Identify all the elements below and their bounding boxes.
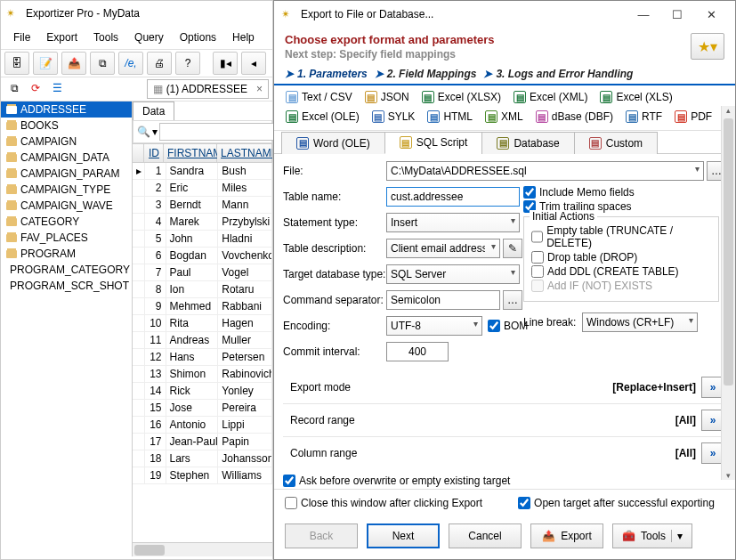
data-grid[interactable]: ID FIRSTNAME LASTNAME ▸1SandraBush2EricM…: [133, 143, 272, 542]
col-id[interactable]: ID: [144, 144, 164, 163]
table-row[interactable]: 5JohnHladni: [133, 231, 272, 248]
menu-help[interactable]: Help: [225, 28, 262, 47]
drop-table-checkbox[interactable]: [531, 251, 544, 264]
scroll-thumb[interactable]: [724, 118, 733, 386]
ask-overwrite-checkbox[interactable]: [283, 475, 295, 487]
tab-word-ole-[interactable]: ▤Word (OLE): [281, 132, 385, 154]
tree-item-fav_places[interactable]: FAV_PLACES: [1, 230, 132, 246]
toolbar-exportizer-icon[interactable]: /e,: [118, 52, 143, 75]
table-row[interactable]: 10RitaHagen: [133, 315, 272, 332]
tree-item-program_category[interactable]: PROGRAM_CATEGORY: [1, 262, 132, 278]
tree-item-program[interactable]: PROGRAM: [1, 246, 132, 262]
copy-icon[interactable]: ⧉: [4, 79, 24, 97]
cmd-sep-button[interactable]: …: [503, 290, 522, 310]
export-button[interactable]: 📤Export: [530, 523, 603, 548]
menu-query[interactable]: Query: [127, 28, 171, 47]
maximize-icon[interactable]: ☐: [660, 4, 694, 25]
table-row[interactable]: 14RickYonley: [133, 383, 272, 400]
table-row[interactable]: 8IonRotaru: [133, 281, 272, 298]
table-row[interactable]: 18LarsJohansson: [133, 450, 272, 467]
open-tab-label[interactable]: (1) ADDRESSEE: [166, 83, 247, 95]
tab-database[interactable]: ▤Database: [481, 132, 574, 154]
add-ddl-checkbox[interactable]: [531, 265, 544, 278]
tree-item-books[interactable]: BOOKS: [1, 118, 132, 134]
data-tab[interactable]: Data: [133, 101, 174, 120]
toolbar-help-icon[interactable]: ?: [175, 52, 200, 75]
tree-item-addressee[interactable]: ADDRESSEE: [1, 101, 132, 118]
tree-item-campaign_wave[interactable]: CAMPAIGN_WAVE: [1, 198, 132, 214]
filter-icon[interactable]: 🔍: [137, 123, 150, 141]
format-excel-ole-[interactable]: ▤Excel (OLE): [281, 107, 368, 126]
format-excel-xml-[interactable]: ▤Excel (XML): [509, 87, 595, 107]
table-row[interactable]: 11AndreasMuller: [133, 332, 272, 349]
step-parameters[interactable]: ➤1. Parameters: [285, 68, 368, 80]
memo-checkbox[interactable]: [523, 186, 536, 199]
table-desc-edit-button[interactable]: ✎: [503, 239, 522, 258]
commit-input[interactable]: [386, 342, 449, 361]
tree-item-campaign_param[interactable]: CAMPAIGN_PARAM: [1, 166, 132, 182]
object-tree[interactable]: ADDRESSEEBOOKSCAMPAIGNCAMPAIGN_DATACAMPA…: [1, 101, 133, 556]
format-pdf[interactable]: ▤PDF: [670, 107, 720, 126]
bom-checkbox[interactable]: [488, 320, 500, 332]
table-row[interactable]: 6BogdanVovchenko: [133, 248, 272, 264]
target-db-select[interactable]: [386, 264, 520, 284]
table-row[interactable]: 4MarekPrzybylski: [133, 214, 272, 231]
horizontal-scrollbar[interactable]: [133, 542, 272, 556]
format-html[interactable]: ▤HTML: [423, 107, 481, 126]
dropdown-icon[interactable]: ▾: [152, 123, 158, 141]
toolbar-prev-icon[interactable]: ◂: [241, 52, 266, 75]
format-xml[interactable]: ▤XML: [481, 107, 531, 126]
menu-options[interactable]: Options: [173, 28, 223, 47]
open-target-checkbox[interactable]: [518, 497, 530, 509]
table-row[interactable]: ▸1SandraBush: [133, 163, 272, 180]
close-tab-icon[interactable]: ×: [256, 83, 263, 95]
format-excel-xlsx-[interactable]: ▤Excel (XLSX): [417, 87, 509, 107]
next-button[interactable]: Next: [367, 523, 440, 548]
stmt-type-select[interactable]: [386, 213, 520, 232]
tree-item-program_scr_shot[interactable]: PROGRAM_SCR_SHOT: [1, 278, 132, 294]
encoding-select[interactable]: [386, 316, 482, 336]
favorites-button[interactable]: ★▾: [691, 33, 724, 60]
tab-sql-script[interactable]: ▤SQL Script: [384, 132, 483, 154]
table-row[interactable]: 9MehmedRabbani: [133, 298, 272, 315]
format-rtf[interactable]: ▤RTF: [621, 107, 670, 126]
table-name-input[interactable]: [386, 187, 520, 207]
menu-tools[interactable]: Tools: [86, 28, 125, 47]
table-row[interactable]: 2EricMiles: [133, 180, 272, 197]
table-row[interactable]: 7PaulVogel: [133, 264, 272, 281]
table-row[interactable]: 16AntonioLippi: [133, 417, 272, 434]
table-row[interactable]: 12HansPetersen: [133, 349, 272, 366]
step-logs[interactable]: ➤3. Logs and Error Handling: [483, 68, 633, 80]
col-lastname[interactable]: LASTNAME: [217, 144, 272, 163]
tree-item-campaign[interactable]: CAMPAIGN: [1, 134, 132, 150]
close-after-checkbox[interactable]: [285, 497, 297, 509]
tab-custom[interactable]: ▤Custom: [574, 132, 658, 154]
menu-file[interactable]: File: [6, 28, 37, 47]
format-sylk[interactable]: ▤SYLK: [368, 107, 424, 126]
tree-item-category[interactable]: CATEGORY: [1, 214, 132, 230]
toolbar-copy-icon[interactable]: ⧉: [90, 52, 115, 75]
table-desc-select[interactable]: [386, 239, 500, 258]
cmd-sep-input[interactable]: [386, 290, 500, 310]
menu-export[interactable]: Export: [39, 28, 85, 47]
tree-item-campaign_type[interactable]: CAMPAIGN_TYPE: [1, 182, 132, 198]
equals-icon[interactable]: ☰: [47, 79, 67, 97]
refresh-icon[interactable]: ⟳: [26, 79, 45, 97]
step-field-mappings[interactable]: ➤2. Field Mappings: [375, 68, 477, 80]
col-firstname[interactable]: FIRSTNAME: [164, 144, 217, 163]
table-row[interactable]: 19StephenWilliams: [133, 467, 272, 484]
format-dbase-dbf-[interactable]: ▤dBase (DBF): [531, 107, 621, 126]
table-row[interactable]: 13ShimonRabinovich: [133, 366, 272, 383]
file-input[interactable]: [386, 161, 704, 181]
format-excel-xls-[interactable]: ▤Excel (XLS): [595, 87, 680, 107]
toolbar-export-icon[interactable]: 📤: [61, 52, 86, 75]
tools-button[interactable]: 🧰Tools▾: [612, 523, 692, 548]
format-text-csv[interactable]: ▤Text / CSV: [281, 87, 360, 107]
minimize-icon[interactable]: —: [627, 4, 660, 25]
toolbar-edit-icon[interactable]: 📝: [33, 52, 58, 75]
empty-table-checkbox[interactable]: [531, 231, 543, 243]
vertical-scrollbar[interactable]: [721, 106, 735, 480]
table-row[interactable]: 17Jean-PaulPapin: [133, 434, 272, 450]
close-icon[interactable]: ✕: [694, 4, 728, 25]
line-break-select[interactable]: [582, 312, 698, 332]
